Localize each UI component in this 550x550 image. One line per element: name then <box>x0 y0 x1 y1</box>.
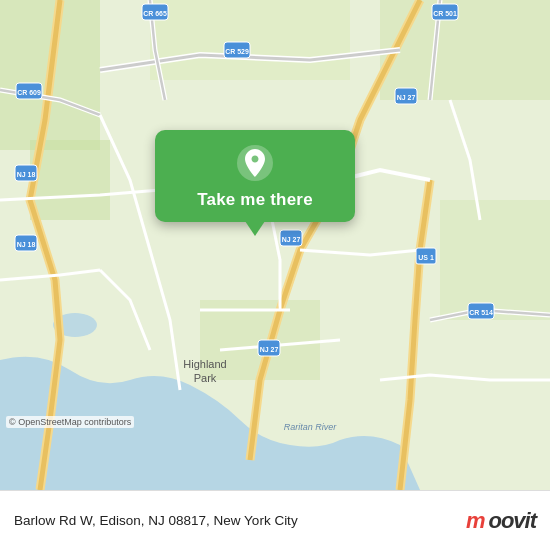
moovit-logo: moovit <box>466 508 536 534</box>
svg-rect-5 <box>150 0 350 80</box>
svg-text:NJ 18: NJ 18 <box>17 171 36 178</box>
take-me-there-button[interactable]: Take me there <box>197 190 313 210</box>
map-container: CR 665 CR 529 CR 501 CR 609 NJ 18 NJ 18 … <box>0 0 550 490</box>
svg-text:CR 609: CR 609 <box>17 89 41 96</box>
address-text: Barlow Rd W, Edison, NJ 08817, New York … <box>14 513 298 528</box>
svg-rect-4 <box>380 0 550 100</box>
moovit-logo-oovit: oovit <box>488 508 536 534</box>
svg-text:CR 501: CR 501 <box>433 10 457 17</box>
svg-text:Highland: Highland <box>183 358 226 370</box>
svg-text:Park: Park <box>194 372 217 384</box>
svg-text:CR 514: CR 514 <box>469 309 493 316</box>
svg-text:US 1: US 1 <box>418 254 434 261</box>
moovit-logo-m: m <box>466 508 485 534</box>
svg-text:CR 665: CR 665 <box>143 10 167 17</box>
svg-text:Raritan River: Raritan River <box>284 422 338 432</box>
svg-text:NJ 18: NJ 18 <box>17 241 36 248</box>
svg-text:NJ 27: NJ 27 <box>282 236 301 243</box>
bottom-bar: Barlow Rd W, Edison, NJ 08817, New York … <box>0 490 550 550</box>
svg-rect-7 <box>440 200 550 320</box>
location-pin-icon <box>236 144 274 182</box>
svg-text:NJ 27: NJ 27 <box>397 94 416 101</box>
popup-card[interactable]: Take me there <box>155 130 355 222</box>
svg-text:NJ 27: NJ 27 <box>260 346 279 353</box>
osm-credit: © OpenStreetMap contributors <box>6 416 134 428</box>
svg-text:CR 529: CR 529 <box>225 48 249 55</box>
